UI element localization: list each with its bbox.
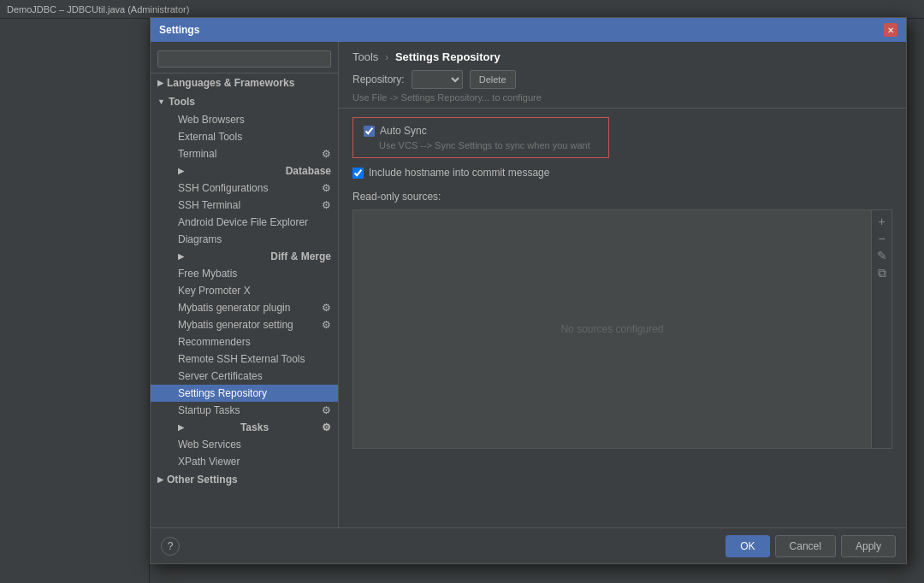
repo-hint: Use File -> Settings Repository... to co… — [352, 92, 892, 103]
sidebar-item-tasks[interactable]: ▶ Tasks ⚙ — [151, 419, 338, 436]
tools-arrow-icon: ▼ — [157, 97, 165, 106]
sidebar-item-xpath-label: XPath Viewer — [178, 456, 240, 468]
ide-titlebar: DemoJDBC – JDBCUtil.java (Administrator) — [0, 0, 924, 19]
search-input[interactable] — [157, 50, 331, 68]
sidebar-group-languages-label: Languages & Frameworks — [167, 77, 294, 89]
sidebar-item-xpath-viewer[interactable]: XPath Viewer — [151, 453, 338, 470]
sidebar-item-ssh-config-label: SSH Configurations — [178, 182, 268, 194]
sidebar-item-key-promoter-x[interactable]: Key Promoter X — [151, 282, 338, 299]
ide-left-panel — [0, 19, 150, 583]
help-button[interactable]: ? — [161, 537, 180, 556]
auto-sync-label: Auto Sync — [380, 125, 427, 137]
ssh-terminal-icon: ⚙ — [322, 199, 331, 211]
sidebar-item-external-tools[interactable]: External Tools — [151, 128, 338, 145]
include-hostname-checkbox[interactable] — [352, 168, 364, 179]
sidebar-item-server-certificates[interactable]: Server Certificates — [151, 368, 338, 385]
sidebar-item-server-cert-label: Server Certificates — [178, 370, 263, 382]
include-hostname-row: Include hostname into commit message — [352, 167, 892, 179]
main-content: Tools › Settings Repository Repository: … — [339, 42, 906, 527]
repository-row: Repository: Delete — [352, 70, 892, 89]
sidebar-group-tools-label: Tools — [169, 96, 195, 108]
sidebar-group-languages[interactable]: ▶ Languages & Frameworks — [151, 74, 338, 92]
sidebar-item-web-browsers[interactable]: Web Browsers — [151, 111, 338, 128]
sources-wrapper: No sources configured + − ✎ ⧉ — [352, 209, 892, 449]
sidebar-item-diff-merge-label: Diff & Merge — [270, 250, 331, 262]
sidebar-item-settings-repo-label: Settings Repository — [178, 387, 267, 399]
sidebar-item-mybatis-gen-setting-label: Mybatis generator setting — [178, 319, 293, 331]
readonly-sources-label: Read-only sources: — [352, 191, 892, 203]
sidebar-item-web-services-label: Web Services — [178, 439, 241, 450]
auto-sync-checkbox[interactable] — [364, 126, 375, 137]
repo-select[interactable] — [412, 70, 463, 89]
sidebar-search-container — [151, 45, 338, 74]
delete-button[interactable]: Delete — [470, 70, 516, 89]
include-hostname-label: Include hostname into commit message — [369, 167, 549, 179]
sidebar-item-terminal[interactable]: Terminal ⚙ — [151, 145, 338, 162]
sidebar-item-mybatis-generator-setting[interactable]: Mybatis generator setting ⚙ — [151, 316, 338, 333]
sources-edit-button[interactable]: ✎ — [874, 248, 890, 263]
sidebar-item-android-device[interactable]: Android Device File Explorer — [151, 214, 338, 231]
startup-tasks-icon: ⚙ — [322, 404, 331, 416]
dialog-close-button[interactable]: ✕ — [884, 23, 897, 37]
sidebar-item-android-label: Android Device File Explorer — [178, 216, 308, 228]
terminal-icon: ⚙ — [322, 148, 331, 160]
other-arrow-icon: ▶ — [157, 475, 163, 484]
sidebar-item-database[interactable]: ▶ Database — [151, 162, 338, 180]
breadcrumb-tools: Tools — [352, 50, 378, 63]
sidebar-item-mybatis-gen-plugin-label: Mybatis generator plugin — [178, 302, 290, 314]
sources-minus-button[interactable]: − — [874, 231, 890, 246]
sidebar-group-other[interactable]: ▶ Other Settings — [151, 470, 338, 489]
dialog-body: ▶ Languages & Frameworks ▼ Tools Web Bro… — [151, 42, 906, 527]
sidebar-item-ssh-terminal-label: SSH Terminal — [178, 199, 240, 211]
sidebar-item-key-promoter-label: Key Promoter X — [178, 285, 251, 297]
languages-arrow-icon: ▶ — [157, 79, 163, 87]
sidebar-item-external-tools-label: External Tools — [178, 131, 242, 143]
sidebar-item-web-services[interactable]: Web Services — [151, 436, 338, 453]
sidebar-item-free-mybatis[interactable]: Free Mybatis — [151, 265, 338, 282]
breadcrumb-separator: › — [385, 50, 388, 63]
tasks-arrow-icon: ▶ — [178, 423, 184, 432]
diff-merge-arrow-icon: ▶ — [178, 252, 184, 261]
breadcrumb: Tools › Settings Repository — [352, 50, 892, 63]
sidebar-item-terminal-label: Terminal — [178, 148, 216, 160]
cancel-button[interactable]: Cancel — [775, 535, 836, 557]
dialog-footer: ? OK Cancel Apply — [151, 527, 906, 563]
settings-dialog: Settings ✕ ▶ Languages & Frameworks ▼ — [150, 17, 907, 564]
sidebar-item-tasks-label: Tasks — [240, 421, 269, 433]
sources-add-button[interactable]: + — [874, 214, 890, 229]
database-arrow-icon: ▶ — [178, 167, 184, 175]
ok-button[interactable]: OK — [726, 535, 769, 557]
mybatis-gen-plugin-icon: ⚙ — [322, 302, 331, 314]
main-header: Tools › Settings Repository Repository: … — [339, 42, 906, 109]
mybatis-gen-setting-icon: ⚙ — [322, 319, 331, 331]
main-scroll-area: Auto Sync Use VCS --> Sync Settings to s… — [339, 109, 906, 527]
sidebar-item-mybatis-generator-plugin[interactable]: Mybatis generator plugin ⚙ — [151, 299, 338, 316]
sidebar-item-ssh-terminal[interactable]: SSH Terminal ⚙ — [151, 197, 338, 214]
sidebar-item-settings-repository[interactable]: Settings Repository — [151, 385, 338, 402]
ide-background: DemoJDBC – JDBCUtil.java (Administrator)… — [0, 0, 924, 583]
auto-sync-box: Auto Sync Use VCS --> Sync Settings to s… — [352, 117, 609, 158]
breadcrumb-current: Settings Repository — [395, 50, 500, 63]
sidebar-item-remote-ssh-label: Remote SSH External Tools — [178, 353, 305, 365]
sidebar-item-diff-merge[interactable]: ▶ Diff & Merge — [151, 248, 338, 265]
sources-copy-button[interactable]: ⧉ — [874, 265, 890, 280]
ssh-config-icon: ⚙ — [322, 182, 331, 194]
sidebar-item-diagrams-label: Diagrams — [178, 233, 222, 245]
tasks-icon: ⚙ — [322, 421, 331, 433]
sidebar-item-diagrams[interactable]: Diagrams — [151, 231, 338, 248]
sidebar-item-remote-ssh[interactable]: Remote SSH External Tools — [151, 350, 338, 368]
sidebar-item-ssh-configurations[interactable]: SSH Configurations ⚙ — [151, 180, 338, 197]
apply-button[interactable]: Apply — [841, 535, 896, 557]
sidebar-item-startup-tasks[interactable]: Startup Tasks ⚙ — [151, 402, 338, 419]
sidebar-item-web-browsers-label: Web Browsers — [178, 114, 245, 126]
no-sources-text: No sources configured — [560, 323, 663, 335]
sidebar-item-free-mybatis-label: Free Mybatis — [178, 268, 237, 280]
dialog-titlebar: Settings ✕ — [151, 18, 906, 42]
settings-sidebar: ▶ Languages & Frameworks ▼ Tools Web Bro… — [151, 42, 339, 527]
sources-toolbar: + − ✎ ⧉ — [872, 209, 892, 449]
sidebar-item-recommenders-label: Recommenders — [178, 336, 251, 348]
auto-sync-row: Auto Sync — [364, 125, 598, 137]
sidebar-group-tools[interactable]: ▼ Tools — [151, 92, 338, 111]
sidebar-item-recommenders[interactable]: Recommenders — [151, 333, 338, 350]
dialog-title: Settings — [159, 24, 199, 36]
